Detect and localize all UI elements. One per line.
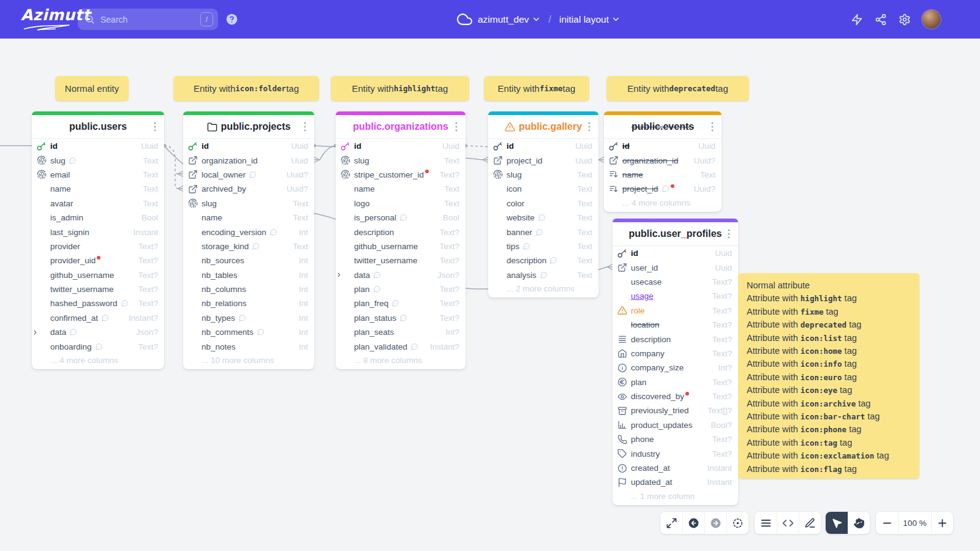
layout-selector[interactable]: initial layout (559, 14, 620, 25)
attribute-confirmed_at[interactable]: confirmed_atInstant? (32, 311, 164, 325)
attribute-website[interactable]: websiteText (488, 211, 598, 225)
attribute-nb_notes[interactable]: nb_notesInt (183, 339, 314, 353)
attribute-name[interactable]: nameText (183, 211, 314, 225)
memo-note[interactable]: Entity with fixme tag (484, 76, 589, 101)
attribute-avatar[interactable]: avatarText (32, 197, 164, 211)
entity-users[interactable]: public.usersidUuidslugTextemailTextnameT… (32, 111, 164, 369)
attribute-onboarding[interactable]: onboardingText? (32, 339, 164, 353)
attribute-provider_uid[interactable]: provider_uidText? (32, 253, 164, 268)
fit-screen-button[interactable] (660, 512, 682, 534)
share-icon[interactable] (875, 13, 887, 26)
attribute-id[interactable]: idUuid (32, 139, 164, 153)
attribute-company[interactable]: companyText? (612, 347, 738, 361)
more-columns[interactable]: ... 10 more columns (183, 354, 314, 365)
quick-actions-icon[interactable] (851, 13, 863, 26)
attribute-plan_status[interactable]: plan_statusText? (336, 311, 466, 325)
attribute-nb_columns[interactable]: nb_columnsInt (183, 282, 314, 296)
attribute-project_id[interactable]: project_idUuid (488, 153, 598, 167)
attribute-slug[interactable]: slugText (183, 197, 314, 211)
attribute-stripe_customer_id[interactable]: stripe_customer_idText? (336, 168, 466, 182)
attribute-updated_at[interactable]: updated_atInstant (612, 475, 738, 489)
attribute-tags-note[interactable]: Normal attributeAttribute with highlight… (738, 273, 919, 479)
table-list-button[interactable] (755, 512, 777, 534)
attribute-nb_relations[interactable]: nb_relationsInt (183, 296, 314, 310)
attribute-storage_kind[interactable]: storage_kindText (183, 239, 314, 253)
more-columns[interactable]: ... 1 more column (612, 490, 738, 501)
attribute-name[interactable]: nameText (336, 182, 466, 196)
fit-view-button[interactable] (726, 512, 748, 534)
attribute-color[interactable]: colorText (488, 197, 598, 211)
search-input[interactable] (99, 14, 200, 25)
attribute-data[interactable]: dataJson? (336, 268, 466, 282)
entity-menu-icon[interactable] (583, 121, 595, 133)
attribute-nb_tables[interactable]: nb_tablesInt (183, 268, 314, 282)
search-box[interactable]: / (78, 9, 218, 30)
entity-menu-icon[interactable] (706, 121, 718, 133)
attribute-industry[interactable]: industryText? (612, 446, 738, 460)
redo-button[interactable] (704, 512, 726, 534)
attribute-id[interactable]: idUuid (612, 246, 738, 260)
expand-chevron-icon[interactable] (336, 272, 342, 279)
more-columns[interactable]: ... 4 more columns (604, 197, 722, 208)
attribute-discovered_by[interactable]: discovered_byText? (612, 389, 738, 403)
entity-organizations[interactable]: public.organizationsidUuidslugTextstripe… (336, 111, 466, 369)
entity-user_profiles[interactable]: public.user_profilesidUuiduser_idUuiduse… (612, 219, 738, 505)
more-columns[interactable]: ... 4 more columns (32, 354, 164, 365)
attribute-tips[interactable]: tipsText (488, 239, 598, 253)
zoom-in-button[interactable] (931, 512, 953, 534)
aml-editor-button[interactable] (777, 512, 799, 534)
attribute-usage[interactable]: usageText? (612, 289, 738, 303)
memo-note[interactable]: Entity with deprecated tag (606, 76, 749, 101)
settings-gear-icon[interactable] (899, 13, 911, 26)
attribute-organization_id[interactable]: organization_idUuid (183, 153, 314, 167)
select-tool-button[interactable] (826, 512, 848, 534)
attribute-nb_types[interactable]: nb_typesInt (183, 311, 314, 325)
attribute-phone[interactable]: phoneText? (612, 432, 738, 446)
attribute-encoding_version[interactable]: encoding_versionInt (183, 225, 314, 239)
undo-button[interactable] (682, 512, 704, 534)
attribute-slug[interactable]: slugText (488, 168, 598, 182)
memo-note[interactable]: Normal entity (55, 76, 129, 101)
attribute-github_username[interactable]: github_usernameText? (336, 239, 466, 253)
more-columns[interactable]: ... 8 more columns (336, 354, 466, 365)
pan-tool-button[interactable] (848, 512, 870, 534)
attribute-location[interactable]: locationText? (612, 318, 738, 332)
attribute-is_admin[interactable]: is_adminBool (32, 211, 164, 225)
attribute-user_id[interactable]: user_idUuid (612, 260, 738, 274)
edit-memo-button[interactable] (799, 512, 821, 534)
user-avatar[interactable] (922, 10, 941, 29)
attribute-plan_freq[interactable]: plan_freqText? (336, 296, 466, 310)
entity-events[interactable]: public.eventsidUuidorganization_idUuid?n… (604, 111, 722, 212)
attribute-company_size[interactable]: company_sizeInt? (612, 361, 738, 375)
attribute-twitter_username[interactable]: twitter_usernameText? (32, 282, 164, 296)
attribute-data[interactable]: dataJson? (32, 325, 164, 339)
attribute-last_signin[interactable]: last_signinInstant (32, 225, 164, 239)
entity-menu-icon[interactable] (723, 228, 735, 240)
more-columns[interactable]: ... 2 more columns (488, 282, 598, 293)
attribute-archived_by[interactable]: archived_byUuid? (183, 182, 314, 196)
entity-menu-icon[interactable] (299, 121, 311, 133)
attribute-nb_comments[interactable]: nb_commentsInt (183, 325, 314, 339)
attribute-local_owner[interactable]: local_ownerUuid? (183, 168, 314, 182)
memo-note[interactable]: Entity with icon:folder tag (173, 76, 319, 101)
attribute-email[interactable]: emailText (32, 168, 164, 182)
attribute-organization_id[interactable]: organization_idUuid? (604, 153, 722, 167)
entity-gallery[interactable]: public.galleryidUuidproject_idUuidslugTe… (488, 111, 598, 298)
attribute-slug[interactable]: slugText (32, 153, 164, 167)
attribute-plan[interactable]: planText? (612, 375, 738, 389)
attribute-id[interactable]: idUuid (336, 139, 466, 153)
attribute-is_personal[interactable]: is_personalBool (336, 211, 466, 225)
attribute-logo[interactable]: logoText (336, 197, 466, 211)
attribute-analysis[interactable]: analysisText (488, 268, 598, 282)
attribute-icon[interactable]: iconText (488, 182, 598, 196)
entity-menu-icon[interactable] (149, 121, 161, 133)
attribute-id[interactable]: idUuid (604, 139, 722, 153)
attribute-name[interactable]: nameText (32, 182, 164, 196)
attribute-id[interactable]: idUuid (488, 139, 598, 153)
attribute-slug[interactable]: slugText (336, 153, 466, 167)
memo-note[interactable]: Entity with highlight tag (331, 76, 469, 101)
expand-chevron-icon[interactable] (32, 329, 39, 335)
attribute-plan_seats[interactable]: plan_seatsInt? (336, 325, 466, 339)
attribute-nb_sources[interactable]: nb_sourcesInt (183, 253, 314, 268)
attribute-description[interactable]: descriptionText (488, 253, 598, 268)
